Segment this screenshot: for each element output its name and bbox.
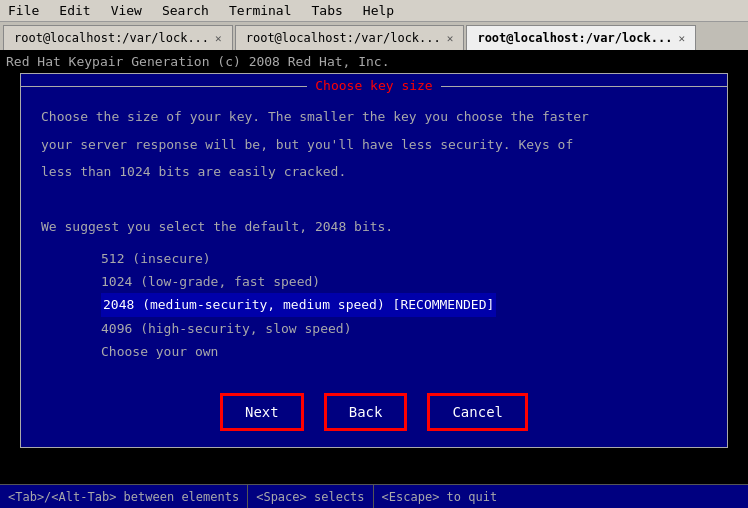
tab-2-close[interactable]: ✕ xyxy=(447,32,454,45)
rh-header: Red Hat Keypair Generation (c) 2008 Red … xyxy=(0,50,748,73)
body-line1: Choose the size of your key. The smaller… xyxy=(41,107,707,127)
terminal-area: Red Hat Keypair Generation (c) 2008 Red … xyxy=(0,50,748,484)
menu-file[interactable]: File xyxy=(4,1,43,20)
tab-3-label: root@localhost:/var/lock... xyxy=(477,31,672,45)
menu-edit[interactable]: Edit xyxy=(55,1,94,20)
menu-tabs[interactable]: Tabs xyxy=(308,1,347,20)
back-button[interactable]: Back xyxy=(324,393,408,431)
option-1024[interactable]: 1024 (low-grade, fast speed) xyxy=(101,270,707,293)
menu-search[interactable]: Search xyxy=(158,1,213,20)
dialog-content: Choose the size of your key. The smaller… xyxy=(21,97,727,383)
status-escape-hint: <Escape> to quit xyxy=(374,485,506,508)
key-options: 512 (insecure) 1024 (low-grade, fast spe… xyxy=(101,247,707,364)
dialog: Choose key size Choose the size of your … xyxy=(20,73,728,448)
menu-terminal[interactable]: Terminal xyxy=(225,1,296,20)
dialog-buttons: Next Back Cancel xyxy=(21,383,727,447)
option-custom[interactable]: Choose your own xyxy=(101,340,707,363)
status-tab-hint: <Tab>/<Alt-Tab> between elements xyxy=(0,485,248,508)
option-2048[interactable]: 2048 (medium-security, medium speed) [RE… xyxy=(101,293,496,316)
option-4096[interactable]: 4096 (high-security, slow speed) xyxy=(101,317,707,340)
tab-2-label: root@localhost:/var/lock... xyxy=(246,31,441,45)
dialog-title: Choose key size xyxy=(307,78,440,93)
status-space-hint: <Space> selects xyxy=(248,485,373,508)
body-line3: less than 1024 bits are easily cracked. xyxy=(41,162,707,182)
dialog-title-bar: Choose key size xyxy=(21,74,727,97)
body-line4 xyxy=(41,190,707,210)
next-button[interactable]: Next xyxy=(220,393,304,431)
menu-help[interactable]: Help xyxy=(359,1,398,20)
tab-2[interactable]: root@localhost:/var/lock... ✕ xyxy=(235,25,465,50)
tab-bar: root@localhost:/var/lock... ✕ root@local… xyxy=(0,22,748,50)
tab-1[interactable]: root@localhost:/var/lock... ✕ xyxy=(3,25,233,50)
tab-1-label: root@localhost:/var/lock... xyxy=(14,31,209,45)
tab-3-close[interactable]: ✕ xyxy=(678,32,685,45)
body-line5: We suggest you select the default, 2048 … xyxy=(41,217,707,237)
menu-view[interactable]: View xyxy=(107,1,146,20)
cancel-button[interactable]: Cancel xyxy=(427,393,528,431)
body-line2: your server response will be, but you'll… xyxy=(41,135,707,155)
status-bar: <Tab>/<Alt-Tab> between elements <Space>… xyxy=(0,484,748,508)
tab-3[interactable]: root@localhost:/var/lock... ✕ xyxy=(466,25,696,50)
menu-bar: File Edit View Search Terminal Tabs Help xyxy=(0,0,748,22)
tab-1-close[interactable]: ✕ xyxy=(215,32,222,45)
option-512[interactable]: 512 (insecure) xyxy=(101,247,707,270)
